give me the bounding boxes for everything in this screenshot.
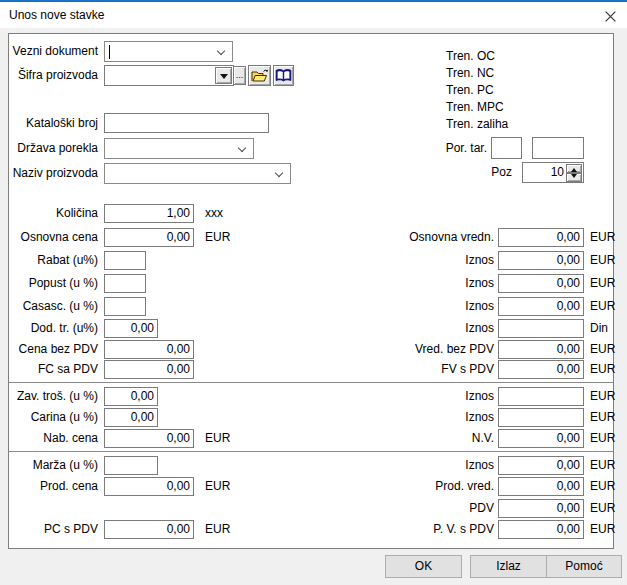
window-title: Unos nove stavke (9, 8, 104, 22)
chevron-down-icon (275, 169, 283, 177)
form-row: Cena bez PDV 0,00 Vred. bez PDV 0,00 EUR (9, 340, 613, 359)
open-lookup-button[interactable] (248, 65, 271, 86)
poz-value: 10 (551, 165, 564, 179)
prod-vred-label: Prod. vred. (359, 477, 494, 496)
dod-tr-label: Dod. tr. (u%) (9, 319, 98, 338)
iznos-zav-tros-field[interactable] (498, 387, 584, 406)
pv-s-pdv-unit: EUR (590, 520, 615, 539)
nab-cena-unit: EUR (205, 429, 230, 448)
close-button[interactable] (599, 7, 621, 26)
poz-label: Poz (437, 162, 512, 183)
chevron-down-icon (217, 47, 225, 55)
nv-field[interactable]: 0,00 (498, 429, 584, 448)
popust-field[interactable] (104, 274, 146, 293)
pv-s-pdv-field[interactable]: 0,00 (498, 520, 584, 539)
vezni-dokument-label: Vezni dokument (9, 41, 98, 62)
osnovna-cena-unit: EUR (205, 228, 230, 247)
vred-bez-pdv-field[interactable]: 0,00 (498, 340, 584, 359)
rabat-label: Rabat (u%) (9, 251, 98, 270)
iznos-dod-tr-field[interactable] (498, 319, 584, 338)
sifra-proizvoda-field[interactable] (104, 65, 234, 86)
spin-down-icon (571, 174, 577, 181)
osnovna-cena-field[interactable]: 0,00 (104, 228, 194, 247)
marza-label: Marža (u %) (9, 456, 98, 475)
kolicina-field[interactable]: 1,00 (104, 204, 194, 223)
iznos-carina-label: Iznos (359, 408, 494, 427)
iznos-marza-field[interactable]: 0,00 (498, 456, 584, 475)
pdv-unit: EUR (590, 499, 615, 518)
pc-s-pdv-field[interactable]: 0,00 (104, 520, 194, 539)
ok-button[interactable]: OK (385, 555, 462, 578)
prod-vred-field[interactable]: 0,00 (498, 477, 584, 496)
iznos-casasc-unit: EUR (590, 297, 615, 316)
form-row: Marža (u %) Iznos 0,00 EUR (9, 456, 613, 475)
vezni-dokument-combobox[interactable] (104, 41, 233, 62)
iznos-popust-unit: EUR (590, 274, 615, 293)
iznos-rabat-unit: EUR (590, 251, 615, 270)
sifra-proizvoda-label: Šifra proizvoda (9, 65, 98, 86)
form-row: Rabat (u%) Iznos 0,00 EUR (9, 251, 613, 270)
pdv-label: PDV (359, 499, 494, 518)
cena-bez-pdv-label: Cena bez PDV (9, 340, 98, 359)
tren-oc-label: Tren. OC (446, 49, 495, 63)
fc-sa-pdv-field[interactable]: 0,00 (104, 360, 194, 379)
sifra-ellipsis-button[interactable]: ... (233, 66, 246, 85)
iznos-zav-tros-label: Iznos (359, 387, 494, 406)
poz-spin-up-button[interactable] (566, 164, 582, 173)
open-folder-icon (251, 68, 269, 83)
cena-bez-pdv-field[interactable]: 0,00 (104, 340, 194, 359)
dod-tr-field[interactable]: 0,00 (104, 319, 158, 338)
nv-unit: EUR (590, 429, 615, 448)
fc-sa-pdv-label: FC sa PDV (9, 360, 98, 379)
form-row: Popust (u %) Iznos 0,00 EUR (9, 274, 613, 293)
iznos-casasc-field[interactable]: 0,00 (498, 297, 584, 316)
nab-cena-field[interactable]: 0,00 (104, 429, 194, 448)
poz-spin-down-button[interactable] (566, 173, 582, 182)
carina-field[interactable]: 0,00 (104, 408, 158, 427)
kataloski-broj-field[interactable] (104, 113, 269, 133)
izlaz-button[interactable]: Izlaz (470, 555, 547, 578)
form-row: Zav. troš. (u %) 0,00 Iznos EUR (9, 387, 613, 406)
nv-label: N.V. (359, 429, 494, 448)
iznos-zav-tros-unit: EUR (590, 387, 615, 406)
spin-up-icon (571, 165, 577, 172)
catalog-book-button[interactable] (273, 65, 294, 86)
pomoc-button[interactable]: Pomoć (546, 555, 622, 578)
prod-cena-field[interactable]: 0,00 (104, 477, 194, 496)
prod-cena-unit: EUR (205, 477, 230, 496)
nab-cena-label: Nab. cena (9, 429, 98, 448)
casasc-field[interactable] (104, 297, 146, 316)
naziv-proizvoda-combobox[interactable] (104, 163, 291, 184)
iznos-popust-field[interactable]: 0,00 (498, 274, 584, 293)
close-icon (604, 10, 617, 23)
vred-bez-pdv-unit: EUR (590, 340, 615, 359)
casasc-label: Casasc. (u %) (9, 297, 98, 316)
zav-tros-field[interactable]: 0,00 (104, 387, 158, 406)
form-row: Dod. tr. (u%) 0,00 Iznos Din (9, 319, 613, 338)
por-tar-field-1[interactable] (491, 137, 522, 159)
iznos-carina-field[interactable] (498, 408, 584, 427)
dialog-unos-nove-stavke: { "window": { "title": "Unos nove stavke… (0, 0, 627, 585)
form-row: Osnovna cena 0,00 EUR Osnovna vredn. 0,0… (9, 228, 613, 247)
drzava-porekla-combobox[interactable] (104, 138, 254, 159)
sifra-dropdown-button[interactable] (215, 67, 232, 84)
por-tar-label: Por. tar. (379, 137, 487, 159)
rabat-field[interactable] (104, 251, 146, 270)
fv-s-pdv-unit: EUR (590, 360, 615, 379)
titlebar: Unos nove stavke (0, 0, 627, 28)
iznos-rabat-field[interactable]: 0,00 (498, 251, 584, 270)
iznos-dod-tr-unit: Din (590, 319, 608, 338)
osnovna-vredn-field[interactable]: 0,00 (498, 228, 584, 247)
pdv-field[interactable]: 0,00 (498, 499, 584, 518)
iznos-marza-label: Iznos (359, 456, 494, 475)
fv-s-pdv-field[interactable]: 0,00 (498, 360, 584, 379)
kataloski-broj-label: Kataloški broj (9, 113, 98, 133)
popust-label: Popust (u %) (9, 274, 98, 293)
fv-s-pdv-label: FV s PDV (359, 360, 494, 379)
por-tar-field-2[interactable] (532, 137, 584, 159)
kolicina-label: Količina (9, 204, 98, 223)
text-caret (109, 45, 110, 59)
marza-field[interactable] (104, 456, 158, 475)
kolicina-unit: xxx (205, 204, 223, 223)
poz-spinner[interactable]: 10 (522, 162, 584, 183)
